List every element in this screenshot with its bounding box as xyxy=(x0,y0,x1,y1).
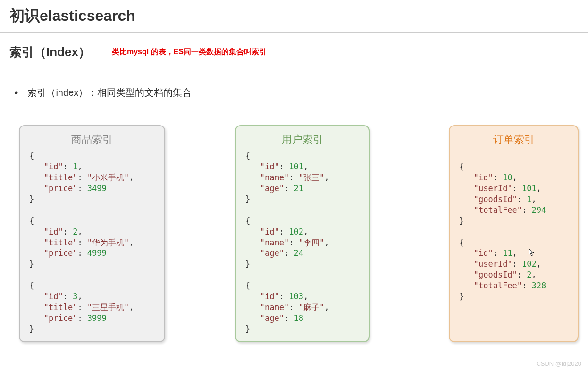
sub-title: 索引（Index） xyxy=(9,44,91,60)
user-card-title: 用户索引 xyxy=(245,133,359,147)
bullet-text: 索引（index）：相同类型的文档的集合 xyxy=(27,86,192,99)
note: 类比mysql 的表，ES同一类数据的集合叫索引 xyxy=(112,47,267,57)
user-index-card: 用户索引 { "id": 101, "name": "张三", "age": 2… xyxy=(235,125,370,342)
bullet-dot-icon: • xyxy=(14,87,18,99)
goods-card-title: 商品索引 xyxy=(29,133,155,147)
order-card-title: 订单索引 xyxy=(459,133,568,147)
order-code: { "id": 10, "userId": 101, "goodsId": 1,… xyxy=(459,151,568,302)
sub-section: 索引（Index） 类比mysql 的表，ES同一类数据的集合叫索引 xyxy=(0,33,588,60)
watermark: CSDN @ldj2020 xyxy=(536,360,581,367)
header: 初识elasticsearch xyxy=(0,0,588,30)
goods-code: { "id": 1, "title": "小米手机", "price": 349… xyxy=(29,151,155,335)
bullet-row: • 索引（index）：相同类型的文档的集合 xyxy=(0,60,588,99)
cards-row: 商品索引 { "id": 1, "title": "小米手机", "price"… xyxy=(0,99,588,342)
order-index-card: 订单索引 { "id": 10, "userId": 101, "goodsId… xyxy=(449,125,579,342)
user-code: { "id": 101, "name": "张三", "age": 21 } {… xyxy=(245,151,359,335)
page-title: 初识elasticsearch xyxy=(9,6,579,26)
goods-index-card: 商品索引 { "id": 1, "title": "小米手机", "price"… xyxy=(19,125,165,342)
